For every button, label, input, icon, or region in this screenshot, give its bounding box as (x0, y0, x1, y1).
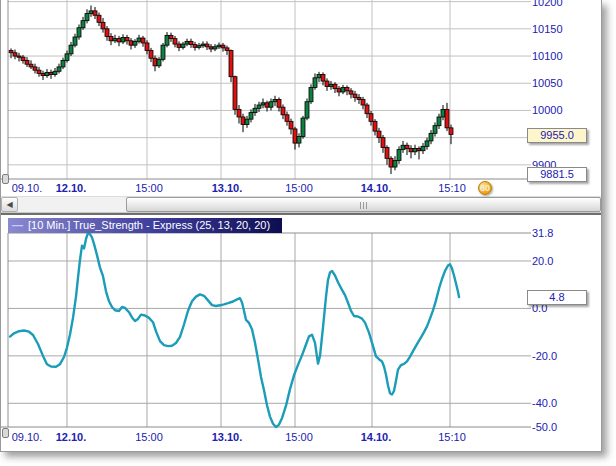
axis-corner-marker[interactable] (2, 174, 9, 184)
candle (33, 67, 37, 70)
candle (381, 138, 385, 148)
candle (369, 114, 373, 122)
candle (17, 56, 21, 57)
horizontal-scrollbar[interactable]: ◀ (1, 196, 601, 213)
candle (421, 146, 425, 150)
time-axis-label: 15:00 (285, 181, 313, 195)
candle (405, 145, 409, 148)
candle (221, 45, 225, 48)
candle (53, 71, 57, 74)
candle (85, 14, 89, 21)
candle (325, 81, 329, 86)
price-axis-label: 10100 (532, 50, 594, 62)
candle (269, 102, 273, 107)
indicator-axis-label: 20.0 (532, 255, 594, 267)
candle (125, 38, 129, 41)
screen: 10200101501010010050100009900 9955.0 988… (0, 0, 616, 466)
scroll-left-button[interactable]: ◀ (1, 197, 18, 212)
chart-window: 10200101501010010050100009900 9955.0 988… (0, 0, 602, 452)
candle (425, 141, 429, 146)
candle (281, 107, 285, 115)
indicator-axis-label: -40.0 (532, 397, 594, 409)
candle (285, 115, 289, 122)
candle (181, 44, 185, 47)
candle (273, 100, 277, 102)
candle (145, 43, 149, 51)
price-x-axis[interactable]: 09.10.12.10.15:0013.10.15:0014.10.15:10 (1, 180, 601, 196)
candle (65, 54, 69, 61)
candle (349, 91, 353, 94)
candle (209, 47, 213, 49)
price-panel: 10200101501010010050100009900 9955.0 988… (1, 0, 601, 196)
scrollbar-thumb[interactable] (126, 197, 601, 212)
indicator-title: [10 Min.] True_Strength - Express (25, 1… (28, 219, 270, 231)
candle (409, 149, 413, 152)
candle (365, 105, 369, 114)
candle (289, 121, 293, 129)
indicator-axis-label: 31.8 (532, 227, 594, 239)
indicator-gridlines (8, 233, 531, 427)
candle (101, 22, 105, 29)
indicator-chart[interactable] (1, 216, 601, 452)
candle (97, 15, 101, 22)
candle (245, 119, 249, 124)
indicator-axis-label: -20.0 (532, 350, 594, 362)
candle (229, 51, 233, 77)
candle (449, 128, 453, 135)
candle (417, 149, 421, 151)
price-axis-label: 10000 (532, 104, 594, 116)
time-axis-label: 15:10 (438, 181, 466, 195)
time-axis-label: 12.10. (56, 181, 87, 195)
candle (397, 150, 401, 161)
candle (429, 133, 433, 141)
candle (345, 88, 349, 91)
candle (205, 44, 209, 47)
candle (189, 41, 193, 44)
candle (109, 36, 113, 40)
candle (157, 59, 161, 66)
indicator-panel: —[10 Min.] True_Strength - Express (25, … (1, 216, 601, 452)
candle (25, 60, 29, 64)
price-chart[interactable] (1, 0, 601, 180)
candle (413, 149, 417, 152)
candle (185, 41, 189, 44)
candle (141, 38, 145, 43)
candle (389, 158, 393, 167)
candle (61, 60, 65, 67)
candle (305, 102, 309, 118)
candle (433, 126, 437, 134)
candle (241, 117, 245, 125)
time-axis-label: 12.10. (56, 430, 87, 444)
candle (253, 108, 257, 112)
candle (309, 88, 313, 102)
candle (333, 84, 337, 88)
candle (329, 84, 333, 86)
candle (213, 47, 217, 49)
candle (193, 45, 197, 48)
candle (89, 11, 93, 14)
candle (337, 89, 341, 92)
time-axis-label: 15:00 (285, 430, 313, 444)
time-axis-label: 13.10. (212, 181, 243, 195)
candle (353, 94, 357, 97)
axis-corner-marker[interactable] (2, 428, 9, 438)
indicator-x-axis[interactable]: 09.10.12.10.15:0013.10.15:0014.10.15:10 (1, 429, 601, 445)
indicator-title-bar[interactable]: —[10 Min.] True_Strength - Express (25, … (8, 218, 282, 233)
candle (177, 44, 181, 47)
candle (113, 39, 117, 41)
candle (37, 70, 41, 73)
panel-splitter[interactable] (1, 213, 601, 215)
time-axis-label: 15:00 (135, 430, 163, 444)
candle (385, 147, 389, 158)
candle (121, 38, 125, 42)
price-axis-label: 10150 (532, 23, 594, 35)
candle (393, 161, 397, 168)
candle (249, 113, 253, 120)
candle (161, 45, 165, 59)
candle (81, 21, 85, 28)
candle (437, 117, 441, 126)
candle (41, 73, 45, 75)
candle (105, 29, 109, 37)
candle (69, 45, 73, 54)
candle (153, 58, 157, 66)
